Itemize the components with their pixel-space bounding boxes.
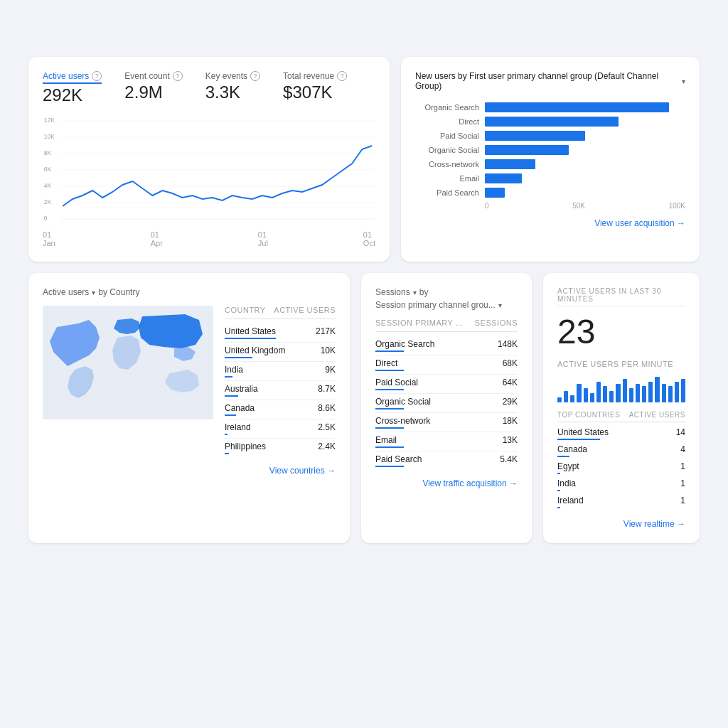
- realtime-label: ACTIVE USERS IN LAST 30 MINUTES: [557, 287, 685, 306]
- total-revenue-label: Total revenue ?: [283, 71, 347, 81]
- top-country-value: 1: [680, 461, 685, 474]
- bar-chart-card: New users by First user primary channel …: [401, 57, 700, 262]
- country-table: COUNTRY ACTIVE USERS United States 217K …: [225, 306, 336, 457]
- bar-label: Organic Search: [415, 103, 479, 112]
- mini-bar: [564, 391, 568, 402]
- bar-label: Email: [415, 174, 479, 183]
- map-dropdown-icon[interactable]: ▾: [92, 289, 95, 296]
- country-value: 217K: [316, 326, 336, 339]
- sessions-subtitle-by: by: [419, 287, 429, 297]
- bar-label: Paid Social: [415, 132, 479, 140]
- bar-track: [485, 188, 685, 198]
- mini-bar: [609, 391, 614, 402]
- bar-row: Cross-network: [415, 159, 685, 169]
- mini-bar: [636, 384, 640, 402]
- sessions-title-text: Sessions: [375, 287, 410, 297]
- svg-text:12K: 12K: [44, 117, 55, 124]
- bar-fill: [485, 145, 569, 155]
- sessions-card-title: Sessions ▾ by: [375, 287, 518, 297]
- mini-bar: [668, 386, 673, 402]
- sessions-col-header: SESSIONS: [475, 318, 518, 327]
- session-channel: Email: [375, 435, 404, 448]
- mini-bars: [557, 374, 685, 402]
- mini-bar: [596, 382, 601, 402]
- view-user-acquisition-link[interactable]: View user acquisition →: [415, 218, 685, 228]
- active-users-value: 292K: [43, 85, 102, 105]
- metric-total-revenue: Total revenue ? $307K: [283, 71, 347, 105]
- view-traffic-link[interactable]: View traffic acquisition →: [375, 478, 518, 488]
- top-countries-header: TOP COUNTRIES ACTIVE USERS: [557, 411, 685, 422]
- key-events-help-icon[interactable]: ?: [250, 71, 260, 81]
- session-channel: Cross-network: [375, 416, 430, 429]
- mini-bar: [662, 384, 666, 402]
- map-card-title: Active users ▾ by Country: [43, 287, 336, 297]
- top-country-row: India 1: [557, 476, 685, 493]
- metric-key-events: Key events ? 3.3K: [205, 71, 260, 105]
- session-table-row: Organic Search 148K: [375, 336, 518, 355]
- session-value: 29K: [503, 397, 518, 410]
- mini-bar: [570, 395, 574, 402]
- bar-row: Direct: [415, 117, 685, 127]
- metric-event-count: Event count ? 2.9M: [124, 71, 182, 105]
- country-value: 8.7K: [318, 384, 336, 397]
- bar-label: Cross-network: [415, 160, 479, 168]
- bar-row: Organic Social: [415, 145, 685, 155]
- total-revenue-help-icon[interactable]: ?: [337, 71, 347, 81]
- country-table-row: Canada 8.6K: [225, 400, 336, 419]
- mini-bar: [655, 377, 659, 402]
- bar-track: [485, 102, 685, 112]
- event-count-value: 2.9M: [124, 82, 182, 102]
- line-chart-container: 12K 10K 8K 6K 4K 2K 0: [43, 114, 375, 228]
- country-name: United Kingdom: [225, 346, 285, 358]
- active-users-realtime-col-header: ACTIVE USERS: [629, 411, 685, 419]
- session-value: 68K: [503, 358, 518, 371]
- x-axis-labels: 01Jan 01Apr 01Jul 01Oct: [43, 228, 375, 247]
- sessions-card: Sessions ▾ by Session primary channel gr…: [361, 273, 532, 543]
- session-channel: Organic Search: [375, 339, 434, 352]
- bar-chart-dropdown-icon[interactable]: ▾: [682, 77, 685, 85]
- dashboard: Active users ? 292K Event count ? 2.9M K…: [28, 57, 700, 543]
- bar-label: Organic Social: [415, 146, 479, 154]
- key-events-label: Key events ?: [205, 71, 260, 81]
- bar-track: [485, 117, 685, 127]
- top-country-name: Canada: [557, 444, 587, 457]
- top-country-name: United States: [557, 427, 609, 440]
- country-value: 2.4K: [318, 441, 336, 454]
- session-channel: Paid Search: [375, 454, 422, 467]
- bar-row: Email: [415, 173, 685, 183]
- bar-row: Organic Search: [415, 102, 685, 112]
- session-rows: Organic Search 148K Direct 68K Paid Soci…: [375, 336, 518, 470]
- x-label-apr: 01Apr: [151, 230, 163, 247]
- svg-text:0: 0: [44, 215, 48, 222]
- top-country-value: 1: [680, 496, 685, 508]
- session-value: 148K: [498, 339, 518, 352]
- bar-chart-title-text: New users by First user primary channel …: [415, 71, 679, 91]
- sessions-dropdown-icon[interactable]: ▾: [413, 289, 417, 296]
- bar-label: Direct: [415, 117, 479, 126]
- view-realtime-link[interactable]: View realtime →: [557, 519, 685, 529]
- mini-bar: [623, 379, 627, 402]
- mini-bar: [584, 388, 588, 402]
- sessions-subtitle2-dropdown-icon[interactable]: ▾: [498, 301, 502, 309]
- svg-text:4K: 4K: [44, 182, 51, 189]
- country-value: 9K: [325, 365, 336, 378]
- top-country-row: Ireland 1: [557, 493, 685, 510]
- x-label-oct: 01Oct: [363, 230, 375, 247]
- mini-bar: [681, 379, 685, 402]
- view-countries-link[interactable]: View countries →: [43, 466, 336, 476]
- mini-bar: [616, 384, 620, 402]
- country-table-row: Australia 8.7K: [225, 381, 336, 400]
- country-name: India: [225, 365, 243, 378]
- active-users-help-icon[interactable]: ?: [92, 71, 102, 81]
- event-count-help-icon[interactable]: ?: [173, 71, 183, 81]
- realtime-number: 23: [557, 312, 685, 351]
- top-country-value: 1: [680, 478, 685, 491]
- top-row: Active users ? 292K Event count ? 2.9M K…: [28, 57, 700, 262]
- sessions-table-header: SESSION PRIMARY ... SESSIONS: [375, 318, 518, 332]
- bar-row: Paid Search: [415, 188, 685, 198]
- country-name: Canada: [225, 403, 255, 416]
- bar-fill: [485, 117, 619, 127]
- country-table-row: Philippines 2.4K: [225, 439, 336, 457]
- country-name: Ireland: [225, 422, 251, 435]
- mini-bar: [642, 386, 646, 402]
